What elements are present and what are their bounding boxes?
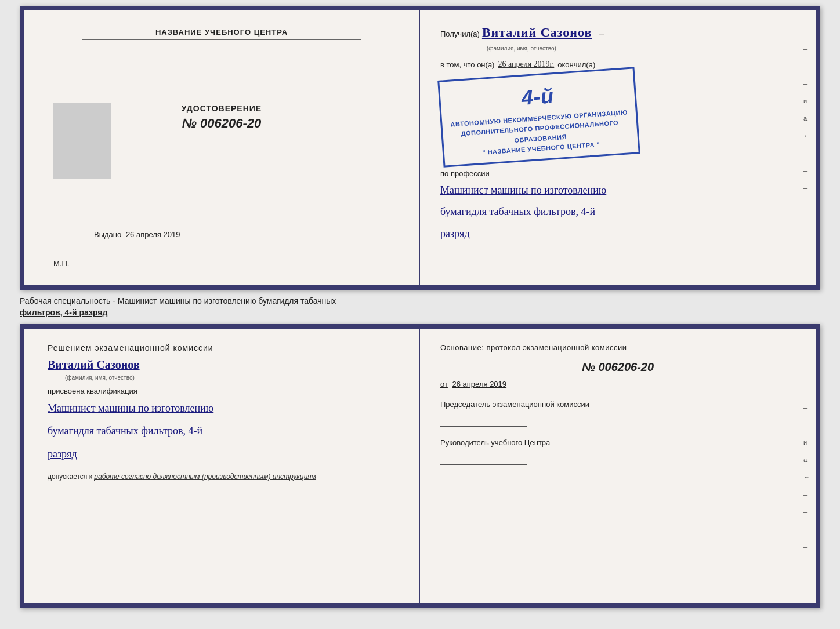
predsedatel-signature-line (440, 426, 527, 427)
label-strip-underlined: фильтров, 4-й разряд (20, 308, 107, 317)
cert-left-panel: НАЗВАНИЕ УЧЕБНОГО ЦЕНТРА УДОСТОВЕРЕНИЕ №… (24, 10, 420, 285)
ot-date: 26 апреля 2019 (452, 380, 507, 388)
profession-line1-top: Машинист машины по изготовлению (440, 181, 795, 199)
dopuskaetsya-text: работе согласно должностным (производств… (94, 472, 316, 481)
udostoverenie-block: УДОСТОВЕРЕНИЕ № 006206-20 (182, 104, 262, 131)
label-strip-text: Рабочая специальность - Машинист машины … (20, 296, 336, 317)
ot-line: от 26 апреля 2019 (440, 380, 795, 388)
sidebar-marks-bottom: – – – и а ← – – – – (803, 387, 810, 550)
udostoverenie-label: УДОСТОВЕРЕНИЕ (182, 104, 262, 113)
profession-line2-bottom: бумагидля табачных фильтров, 4-й (48, 421, 396, 441)
rukovoditel-label: Руководитель учебного Центра (440, 438, 550, 447)
stamp-block: 4-й АВТОНОМНУЮ НЕКОММЕРЧЕСКУЮ ОРГАНИЗАЦИ… (440, 74, 795, 161)
poluchil-line: Получил(а) Виталий Сазонов – (440, 25, 795, 40)
vtom-prefix: в том, что он(а) (440, 60, 494, 69)
label-strip: Рабочая специальность - Машинист машины … (20, 294, 820, 319)
prisvoena-label: присвоена квалификация (48, 387, 396, 395)
dopuskaetsya-label: допускается к (48, 472, 92, 481)
dash-top: – (599, 28, 604, 39)
vydano-date: 26 апреля 2019 (126, 230, 180, 239)
certificate-top: НАЗВАНИЕ УЧЕБНОГО ЦЕНТРА УДОСТОВЕРЕНИЕ №… (20, 6, 820, 290)
ot-label: от (440, 380, 448, 388)
mp-label: М.П. (53, 259, 69, 268)
cert-bottom-right: Основание: протокол экзаменационной коми… (420, 329, 816, 603)
certificate-bottom: Решением экзаменационной комиссии Витали… (20, 324, 820, 608)
stamp: 4-й АВТОНОМНУЮ НЕКОММЕРЧЕСКУЮ ОРГАНИЗАЦИ… (437, 67, 640, 167)
recipient-name-bottom: Виталий Сазонов (48, 358, 396, 372)
rukovoditel-signature-line (440, 464, 527, 465)
vydano-line: Выдано 26 апреля 2019 (94, 230, 180, 239)
rukovoditel-block: Руководитель учебного Центра (440, 438, 795, 465)
sidebar-marks-top: – – – и а ← – – – – (803, 45, 810, 209)
protocol-number: № 006206-20 (440, 361, 795, 374)
profession-line1-bottom: Машинист машины по изготовлению (48, 398, 396, 418)
recipient-name-top: Виталий Сазонов (482, 25, 592, 40)
fio-label-top: (фамилия, имя, отчество) (487, 42, 795, 53)
profession-line3-bottom: разряд (48, 444, 396, 464)
poluchil-prefix: Получил(а) (440, 30, 480, 38)
predsedatel-block: Председатель экзаменационной комиссии (440, 400, 795, 427)
fio-label-bottom: (фамилия, имя, отчество) (65, 372, 396, 382)
osnovanie-title: Основание: протокол экзаменационной коми… (440, 343, 795, 352)
okonchil-label: окончил(а) (557, 60, 595, 69)
photo-placeholder (53, 103, 111, 179)
profession-line2-top: бумагидля табачных фильтров, 4-й (440, 202, 795, 221)
cert-right-panel: Получил(а) Виталий Сазонов – (фамилия, и… (420, 10, 816, 285)
predsedatel-label: Председатель экзаменационной комиссии (440, 400, 589, 409)
training-center-title: НАЗВАНИЕ УЧЕБНОГО ЦЕНТРА (82, 28, 361, 40)
vtom-date: 26 апреля 2019г. (498, 60, 554, 69)
cert-bottom-left: Решением экзаменационной комиссии Витали… (24, 329, 420, 603)
profession-line3-top: разряд (440, 224, 795, 243)
po-professii: по профессии (440, 169, 795, 178)
bottom-left-title: Решением экзаменационной комиссии (48, 343, 396, 352)
dopuskaetsya-block: допускается к работе согласно должностны… (48, 472, 396, 481)
udostoverenie-number: № 006206-20 (182, 116, 262, 131)
vydano-label: Выдано (94, 230, 121, 239)
